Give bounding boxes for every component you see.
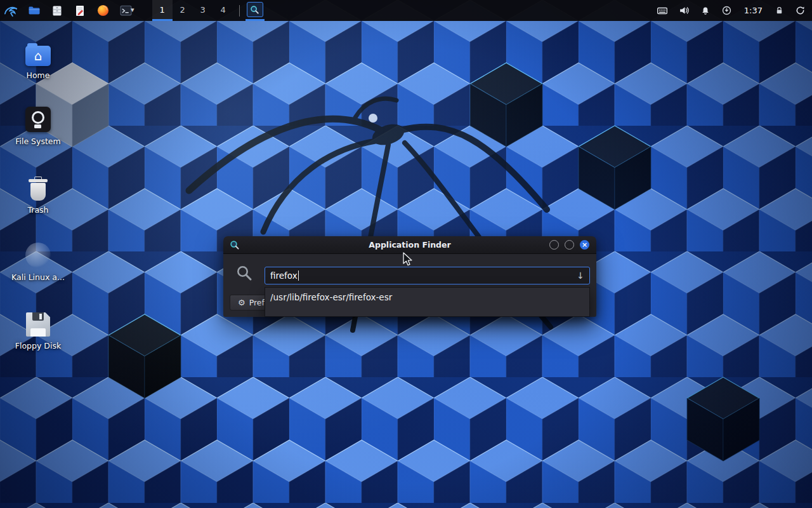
taskbar-application-finder-button[interactable] xyxy=(246,0,265,21)
desktop-icon-label: Home xyxy=(8,71,69,80)
kali-disc-icon xyxy=(25,243,51,268)
completion-popup: /usr/lib/firefox-esr/firefox-esr xyxy=(265,287,590,317)
workspace-4-button[interactable]: 4 xyxy=(213,0,233,21)
application-finder-window: Application Finder × firefox ↓ ⚙ Prefere… xyxy=(223,236,596,316)
kali-menu-icon[interactable] xyxy=(4,3,19,19)
workspace-2-button[interactable]: 2 xyxy=(173,0,193,21)
drive-icon xyxy=(25,107,51,132)
desktop-icon-label: Trash xyxy=(8,206,69,215)
lock-icon[interactable] xyxy=(775,6,784,15)
close-button[interactable]: × xyxy=(580,240,589,250)
search-icon xyxy=(235,264,253,284)
desktop-icon-trash[interactable]: Trash xyxy=(8,170,69,215)
close-icon: × xyxy=(582,241,587,248)
system-tray: 1:37 xyxy=(657,5,806,17)
desktop-icon-label: File System xyxy=(8,137,69,146)
workspace-3-button[interactable]: 3 xyxy=(193,0,213,21)
minimize-button[interactable] xyxy=(549,240,559,250)
text-editor-icon[interactable] xyxy=(72,3,88,19)
application-finder-taskbar-icon xyxy=(250,5,259,15)
dragon-eye-highlight xyxy=(369,114,377,123)
entry-dropdown-arrow-icon[interactable]: ↓ xyxy=(577,271,584,281)
workspace-4-label: 4 xyxy=(220,5,225,15)
desktop-icon-floppy-disk[interactable]: Floppy Disk xyxy=(8,306,69,351)
gear-icon: ⚙ xyxy=(238,298,246,307)
workspace-1-button[interactable]: 1 xyxy=(152,0,173,21)
terminal-menu-chevron-icon[interactable]: ▾ xyxy=(131,6,134,14)
status-icon[interactable] xyxy=(721,5,732,16)
completion-item[interactable]: /usr/lib/firefox-esr/firefox-esr xyxy=(265,288,589,307)
notifications-bell-icon[interactable] xyxy=(700,6,710,16)
panel-separator xyxy=(239,5,240,17)
workspace-2-label: 2 xyxy=(180,5,185,15)
workspace-3-label: 3 xyxy=(200,5,205,15)
finder-body: firefox ↓ ⚙ Preferences /usr/lib/firefox… xyxy=(223,254,596,317)
desktop-icon-label: Floppy Disk xyxy=(8,342,69,351)
desktop-icon-label: Kali Linux a... xyxy=(8,273,69,282)
window-title: Application Finder xyxy=(223,240,596,250)
clock[interactable]: 1:37 xyxy=(744,6,763,15)
keyboard-icon[interactable] xyxy=(657,5,668,17)
home-folder-icon: ⌂ xyxy=(25,46,51,66)
desktop-icon-file-system[interactable]: File System xyxy=(8,102,69,146)
desktop-icon-home[interactable]: ⌂ Home xyxy=(8,36,69,80)
maximize-button[interactable] xyxy=(565,240,574,250)
desktop-icon-kali-linux[interactable]: Kali Linux a... xyxy=(8,237,69,282)
finder-titlebar[interactable]: Application Finder × xyxy=(223,236,596,254)
search-input[interactable]: firefox ↓ xyxy=(265,267,590,284)
firefox-icon[interactable] xyxy=(95,3,110,19)
workspace-1-label: 1 xyxy=(159,5,164,15)
house-icon: ⌂ xyxy=(34,48,43,64)
trash-can-icon xyxy=(29,177,48,201)
text-caret xyxy=(298,271,299,281)
floppy-disk-icon xyxy=(26,312,50,337)
search-input-value: firefox xyxy=(270,271,298,281)
application-finder-icon xyxy=(230,240,240,250)
volume-icon[interactable] xyxy=(679,5,690,16)
top-panel: ▾ 1 2 3 4 xyxy=(0,0,812,21)
window-controls: × xyxy=(549,240,589,250)
files-icon[interactable] xyxy=(49,3,65,19)
session-restart-icon[interactable] xyxy=(795,5,806,16)
file-manager-icon[interactable] xyxy=(27,3,42,19)
